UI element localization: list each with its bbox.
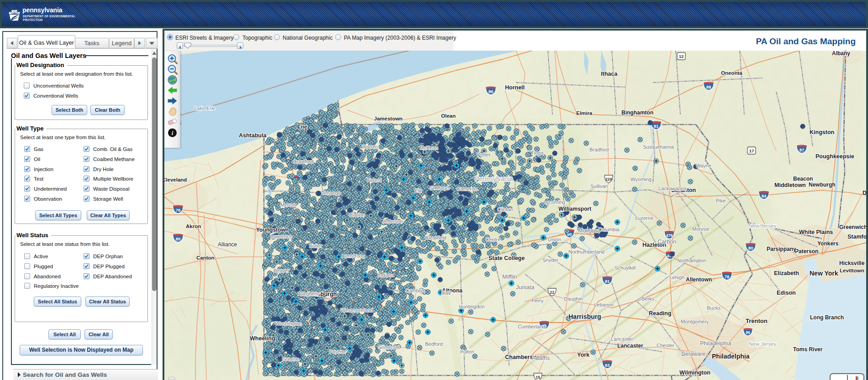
svg-text:Ithaca: Ithaca (601, 71, 618, 77)
svg-text:Jamestown: Jamestown (374, 116, 403, 121)
svg-text:Oneonta: Oneonta (721, 70, 742, 76)
svg-text:87: 87 (800, 147, 805, 152)
svg-text:Yonkers: Yonkers (817, 240, 839, 247)
svg-text:Fayette: Fayette (329, 349, 346, 354)
svg-text:Washington: Washington (275, 321, 302, 326)
svg-text:Crawford: Crawford (293, 159, 314, 164)
svg-text:Long Branch: Long Branch (810, 314, 844, 321)
svg-text:Montgomery: Montgomery (681, 319, 709, 324)
svg-text:Albany: Albany (832, 51, 850, 57)
svg-text:Elizabeth: Elizabeth (774, 270, 799, 276)
svg-text:Reading: Reading (649, 310, 671, 317)
svg-text:Fulton: Fulton (460, 349, 474, 354)
svg-text:McKean: McKean (420, 145, 438, 151)
svg-text:Centre: Centre (485, 237, 500, 242)
svg-text:Toms River: Toms River (793, 346, 823, 353)
svg-text:Butler: Butler (309, 243, 322, 249)
svg-text:Bedford: Bedford (425, 341, 443, 347)
svg-text:Wyoming: Wyoming (631, 177, 652, 182)
svg-text:Elmira: Elmira (576, 110, 593, 116)
svg-text:Bradford: Bradford (589, 147, 609, 152)
svg-text:Wayne: Wayne (696, 163, 711, 168)
svg-text:Jefferson: Jefferson (382, 219, 403, 224)
svg-text:Elk: Elk (415, 188, 422, 193)
svg-text:Mifflin: Mifflin (502, 274, 517, 280)
svg-text:Parsippany: Parsippany (767, 246, 796, 252)
svg-text:Cleveland: Cleveland (164, 177, 187, 182)
svg-text:220: 220 (605, 177, 612, 182)
svg-text:Erie: Erie (297, 124, 307, 130)
svg-text:Lancaster: Lancaster (611, 336, 633, 342)
svg-text:12: 12 (679, 54, 684, 59)
svg-text:Middletown: Middletown (774, 182, 806, 188)
svg-text:Binghamton: Binghamton (621, 109, 653, 116)
svg-text:83: 83 (605, 363, 610, 368)
svg-text:Hicksville: Hicksville (839, 260, 865, 266)
svg-text:Juniata: Juniata (516, 284, 534, 291)
svg-text:Poughkeepsie: Poughkeepsie (815, 153, 854, 160)
svg-text:Cambria: Cambria (405, 288, 425, 293)
svg-text:Lake Erie: Lake Erie (194, 105, 215, 111)
svg-text:Youngstown: Youngstown (256, 227, 289, 233)
svg-text:Lebanon: Lebanon (594, 302, 614, 307)
svg-text:86: 86 (489, 89, 494, 94)
svg-text:Lackawanna: Lackawanna (658, 186, 687, 191)
svg-text:New Jersey: New Jersey (749, 341, 776, 347)
svg-text:88: 88 (706, 84, 711, 89)
svg-text:Schuylkill: Schuylkill (615, 265, 636, 271)
svg-text:Snyder: Snyder (542, 257, 558, 263)
svg-text:Lawrence: Lawrence (270, 234, 292, 239)
svg-text:Carbon: Carbon (658, 239, 676, 245)
svg-text:Wheeling: Wheeling (250, 335, 275, 342)
svg-text:Greene: Greene (282, 356, 299, 362)
svg-text:State College: State College (489, 255, 525, 261)
svg-text:Chester: Chester (657, 343, 674, 348)
svg-text:Philadelphia: Philadelphia (712, 353, 750, 360)
svg-text:Indiana: Indiana (378, 272, 395, 278)
svg-text:Dan: Dan (863, 190, 866, 196)
svg-text:Edison: Edison (777, 290, 796, 296)
svg-text:81: 81 (654, 124, 659, 129)
svg-text:Allentown: Allentown (686, 276, 712, 283)
svg-text:Forest: Forest (367, 177, 381, 183)
svg-text:15: 15 (536, 375, 540, 380)
svg-text:Lancaster: Lancaster (617, 343, 643, 349)
svg-text:Pennsylvania: Pennsylvania (475, 175, 513, 182)
svg-text:Northumberland: Northumberland (568, 249, 605, 255)
svg-text:Columbia: Columbia (598, 227, 620, 232)
svg-text:Canton: Canton (196, 255, 215, 260)
svg-text:Wilmington: Wilmington (679, 370, 710, 376)
svg-text:Trenton: Trenton (746, 318, 768, 324)
svg-text:95: 95 (746, 330, 750, 335)
svg-text:476: 476 (666, 233, 673, 238)
svg-text:22: 22 (550, 290, 554, 295)
svg-text:Newburgh: Newburgh (809, 182, 836, 188)
svg-text:78: 78 (725, 274, 730, 279)
svg-text:St.Marys: St.Marys (430, 185, 450, 191)
svg-text:Somerset: Somerset (378, 344, 400, 350)
svg-text:Delaware: Delaware (681, 351, 705, 357)
svg-text:Lehigh: Lehigh (669, 275, 684, 280)
svg-text:Clarion: Clarion (349, 212, 365, 218)
svg-text:Philadelphia: Philadelphia (700, 340, 731, 347)
svg-text:Susquehanna: Susquehanna (643, 144, 674, 150)
svg-text:Tioga: Tioga (531, 150, 544, 156)
svg-text:Union: Union (548, 237, 561, 242)
svg-text:Allegheny: Allegheny (298, 291, 320, 297)
svg-text:Monroe: Monroe (692, 226, 709, 232)
svg-text:New York: New York (810, 270, 838, 277)
svg-text:Levittown: Levittown (840, 268, 864, 273)
svg-text:81: 81 (605, 279, 610, 284)
svg-text:80: 80 (748, 245, 753, 250)
svg-text:Alliance: Alliance (218, 241, 237, 248)
svg-text:Beacon: Beacon (793, 176, 813, 182)
svg-text:Cumberland: Cumberland (518, 324, 545, 329)
svg-text:Olean: Olean (441, 113, 456, 119)
svg-text:Perry: Perry (531, 298, 544, 303)
svg-text:Clearfield: Clearfield (425, 235, 446, 240)
svg-text:Clinton: Clinton (497, 207, 513, 212)
svg-text:Stamford: Stamford (847, 234, 866, 240)
svg-text:Venango: Venango (321, 190, 341, 196)
svg-text:Paterson: Paterson (795, 248, 818, 255)
svg-text:Harrisburg: Harrisburg (568, 313, 601, 320)
